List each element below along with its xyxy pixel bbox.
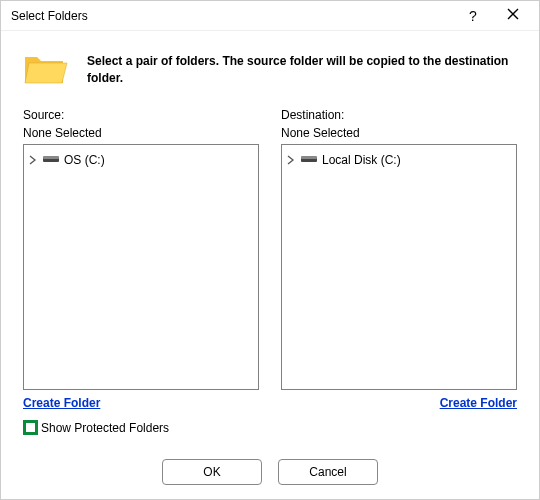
source-panel: Source: None Selected OS (C:) Create Fol… — [23, 108, 259, 410]
destination-create-folder-link[interactable]: Create Folder — [440, 396, 517, 410]
destination-tree[interactable]: Local Disk (C:) — [281, 144, 517, 390]
source-status: None Selected — [23, 126, 259, 140]
button-bar: OK Cancel — [1, 447, 539, 499]
destination-tree-item[interactable]: Local Disk (C:) — [286, 151, 512, 169]
source-root-label: OS (C:) — [64, 153, 105, 167]
folder-icon — [23, 49, 69, 90]
source-tree[interactable]: OS (C:) — [23, 144, 259, 390]
chevron-right-icon[interactable] — [286, 154, 296, 166]
drive-icon — [301, 155, 317, 165]
source-tree-item[interactable]: OS (C:) — [28, 151, 254, 169]
intro-row: Select a pair of folders. The source fol… — [23, 49, 517, 90]
intro-text: Select a pair of folders. The source fol… — [87, 53, 517, 85]
panels: Source: None Selected OS (C:) Create Fol… — [23, 108, 517, 410]
window-title: Select Folders — [11, 9, 88, 23]
destination-panel: Destination: None Selected Local Disk (C… — [281, 108, 517, 410]
svg-rect-1 — [43, 156, 59, 159]
show-protected-checkbox[interactable] — [23, 420, 38, 435]
destination-root-label: Local Disk (C:) — [322, 153, 401, 167]
cancel-button[interactable]: Cancel — [278, 459, 378, 485]
destination-label: Destination: — [281, 108, 517, 122]
dialog-content: Select a pair of folders. The source fol… — [1, 31, 539, 447]
close-button[interactable] — [493, 2, 533, 30]
ok-button[interactable]: OK — [162, 459, 262, 485]
destination-status: None Selected — [281, 126, 517, 140]
help-button[interactable]: ? — [453, 2, 493, 30]
close-icon — [507, 8, 519, 23]
chevron-right-icon[interactable] — [28, 154, 38, 166]
help-icon: ? — [469, 8, 477, 24]
show-protected-label: Show Protected Folders — [41, 421, 169, 435]
protected-row: Show Protected Folders — [23, 420, 517, 435]
svg-rect-3 — [301, 156, 317, 159]
drive-icon — [43, 155, 59, 165]
source-label: Source: — [23, 108, 259, 122]
titlebar: Select Folders ? — [1, 1, 539, 31]
source-create-folder-link[interactable]: Create Folder — [23, 396, 100, 410]
